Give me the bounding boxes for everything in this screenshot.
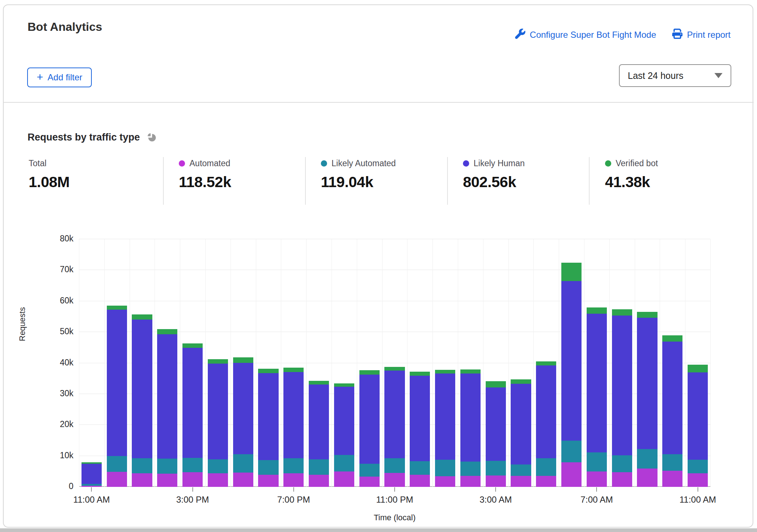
bar-segment[interactable] — [82, 464, 102, 484]
bar-segment[interactable] — [82, 486, 102, 487]
bar-segment[interactable] — [688, 460, 708, 473]
bar-segment[interactable] — [536, 458, 556, 476]
bar-segment[interactable] — [587, 471, 607, 487]
bar-segment[interactable] — [283, 372, 304, 458]
bar-segment[interactable] — [334, 387, 354, 455]
bar-segment[interactable] — [587, 314, 607, 452]
bar-segment[interactable] — [208, 473, 228, 487]
bar-segment[interactable] — [82, 484, 102, 486]
bar-segment[interactable] — [662, 335, 682, 342]
bar-segment[interactable] — [107, 306, 127, 310]
bar-segment[interactable] — [612, 472, 632, 487]
bar-segment[interactable] — [460, 476, 481, 487]
bar-segment[interactable] — [334, 455, 354, 471]
bar-segment[interactable] — [435, 476, 455, 487]
bar-segment[interactable] — [612, 455, 632, 472]
bar-segment[interactable] — [384, 473, 405, 487]
bar-segment[interactable] — [107, 456, 127, 472]
bar-segment[interactable] — [258, 369, 278, 373]
bar-segment[interactable] — [561, 462, 582, 487]
bar-segment[interactable] — [637, 449, 657, 469]
bar-segment[interactable] — [157, 474, 177, 487]
bar-segment[interactable] — [486, 461, 506, 475]
bar-segment[interactable] — [410, 475, 430, 487]
bar-segment[interactable] — [157, 329, 177, 334]
bar-segment[interactable] — [384, 458, 405, 473]
bar-segment[interactable] — [233, 473, 253, 487]
bar-segment[interactable] — [460, 462, 481, 476]
bar-segment[interactable] — [511, 464, 531, 476]
bar-segment[interactable] — [536, 365, 556, 458]
bar-segment[interactable] — [132, 320, 152, 458]
bar-segment[interactable] — [410, 461, 430, 475]
bar-segment[interactable] — [486, 475, 506, 487]
bar-segment[interactable] — [662, 471, 682, 487]
bar-segment[interactable] — [359, 375, 380, 464]
bar-segment[interactable] — [309, 475, 329, 487]
bar-segment[interactable] — [359, 464, 380, 477]
time-range-select[interactable]: Last 24 hours — [619, 64, 731, 87]
bar-segment[interactable] — [637, 312, 657, 318]
bar-segment[interactable] — [410, 376, 430, 461]
bar-segment[interactable] — [208, 364, 228, 459]
configure-super-bot-fight-mode-link[interactable]: Configure Super Bot Fight Mode — [515, 29, 656, 41]
bar-segment[interactable] — [82, 462, 102, 463]
bar-segment[interactable] — [359, 477, 380, 487]
bar-segment[interactable] — [637, 318, 657, 449]
bar-segment[interactable] — [107, 310, 127, 456]
add-filter-button[interactable]: + Add filter — [27, 68, 92, 87]
bar-segment[interactable] — [334, 471, 354, 487]
bar-segment[interactable] — [157, 459, 177, 474]
bar-segment[interactable] — [182, 348, 203, 458]
bar-segment[interactable] — [612, 316, 632, 455]
bar-segment[interactable] — [309, 385, 329, 459]
bar-segment[interactable] — [359, 370, 380, 375]
bar-segment[interactable] — [132, 458, 152, 473]
bar-segment[interactable] — [182, 472, 203, 487]
bar-segment[interactable] — [688, 473, 708, 487]
bar-segment[interactable] — [637, 469, 657, 487]
bar-segment[interactable] — [486, 381, 506, 387]
bar-segment[interactable] — [283, 473, 304, 487]
bar-segment[interactable] — [182, 343, 203, 348]
bar-segment[interactable] — [182, 458, 203, 473]
bar-segment[interactable] — [662, 342, 682, 454]
print-report-link[interactable]: Print report — [672, 29, 731, 41]
bar-segment[interactable] — [612, 309, 632, 316]
bar-segment[interactable] — [561, 281, 582, 441]
bar-segment[interactable] — [208, 459, 228, 473]
bar-segment[interactable] — [561, 441, 582, 462]
bar-segment[interactable] — [258, 460, 278, 475]
bar-segment[interactable] — [460, 369, 481, 374]
bar-segment[interactable] — [132, 473, 152, 487]
bar-segment[interactable] — [233, 357, 253, 362]
bar-segment[interactable] — [233, 454, 253, 473]
bar-segment[interactable] — [258, 373, 278, 460]
bar-segment[interactable] — [233, 363, 253, 454]
bar-segment[interactable] — [384, 371, 405, 459]
bar-segment[interactable] — [283, 368, 304, 372]
bar-segment[interactable] — [107, 472, 127, 487]
bar-segment[interactable] — [334, 383, 354, 387]
bar-segment[interactable] — [208, 359, 228, 364]
bar-segment[interactable] — [435, 374, 455, 460]
bar-segment[interactable] — [587, 307, 607, 314]
bar-segment[interactable] — [258, 475, 278, 487]
bar-segment[interactable] — [511, 379, 531, 384]
bar-segment[interactable] — [435, 460, 455, 477]
bar-segment[interactable] — [688, 365, 708, 372]
bar-segment[interactable] — [561, 263, 582, 281]
bar-segment[interactable] — [486, 387, 506, 461]
bar-segment[interactable] — [435, 370, 455, 374]
bar-segment[interactable] — [536, 476, 556, 487]
bar-segment[interactable] — [283, 458, 304, 473]
bar-segment[interactable] — [688, 372, 708, 460]
bar-segment[interactable] — [511, 384, 531, 464]
bar-segment[interactable] — [587, 452, 607, 471]
bar-segment[interactable] — [511, 476, 531, 487]
bar-segment[interactable] — [410, 372, 430, 376]
bar-segment[interactable] — [536, 361, 556, 365]
bar-segment[interactable] — [157, 334, 177, 459]
bar-segment[interactable] — [384, 367, 405, 371]
bar-segment[interactable] — [309, 459, 329, 475]
